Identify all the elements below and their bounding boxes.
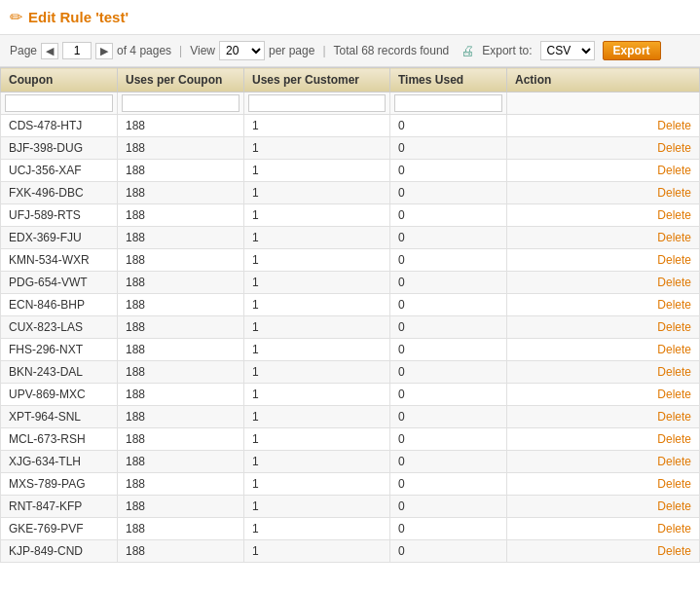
delete-link[interactable]: Delete — [657, 432, 691, 446]
cell-action: Delete — [507, 406, 700, 428]
delete-link[interactable]: Delete — [657, 119, 691, 132]
cell-coupon: FHS-296-NXT — [1, 339, 118, 361]
delete-link[interactable]: Delete — [657, 365, 691, 379]
cell-uses-customer: 1 — [244, 227, 390, 249]
cell-uses-coupon: 188 — [118, 294, 244, 316]
cell-action: Delete — [507, 227, 700, 249]
total-label: Total 68 records found — [334, 44, 450, 57]
cell-uses-customer: 1 — [244, 428, 390, 451]
cell-uses-customer: 1 — [244, 406, 390, 428]
cell-uses-customer: 1 — [244, 361, 390, 384]
delete-link[interactable]: Delete — [657, 388, 691, 401]
cell-times-used: 0 — [390, 518, 507, 540]
cell-coupon: KMN-534-WXR — [1, 249, 118, 272]
cell-uses-customer: 1 — [244, 182, 390, 204]
cell-action: Delete — [507, 361, 700, 384]
cell-uses-coupon: 188 — [118, 451, 244, 473]
cell-action: Delete — [507, 316, 700, 339]
cell-times-used: 0 — [390, 272, 507, 294]
coupons-table: Coupon Uses per Coupon Uses per Customer… — [0, 67, 700, 563]
table-row: ECN-846-BHP18810Delete — [1, 294, 700, 316]
of-pages-label: of 4 pages — [117, 44, 171, 57]
cell-coupon: RNT-847-KFP — [1, 496, 118, 518]
cell-uses-coupon: 188 — [118, 160, 244, 182]
delete-link[interactable]: Delete — [657, 455, 691, 468]
export-button[interactable]: Export — [603, 41, 661, 60]
export-icon: 🖨 — [461, 43, 474, 58]
delete-link[interactable]: Delete — [657, 253, 691, 267]
per-page-label: per page — [269, 44, 314, 57]
cell-uses-customer: 1 — [244, 249, 390, 272]
next-page-button[interactable]: ▶ — [95, 43, 113, 59]
delete-link[interactable]: Delete — [657, 208, 691, 222]
delete-link[interactable]: Delete — [657, 477, 691, 491]
filter-uses-coupon[interactable] — [122, 94, 239, 112]
cell-times-used: 0 — [390, 361, 507, 384]
delete-link[interactable]: Delete — [657, 410, 691, 424]
delete-link[interactable]: Delete — [657, 320, 691, 334]
delete-link[interactable]: Delete — [657, 276, 691, 289]
delete-link[interactable]: Delete — [657, 141, 691, 155]
delete-link[interactable]: Delete — [657, 343, 691, 356]
table-row: FXK-496-DBC18810Delete — [1, 182, 700, 204]
cell-coupon: CUX-823-LAS — [1, 316, 118, 339]
cell-times-used: 0 — [390, 473, 507, 496]
cell-times-used: 0 — [390, 428, 507, 451]
cell-uses-customer: 1 — [244, 272, 390, 294]
cell-action: Delete — [507, 272, 700, 294]
edit-icon: ✏ — [10, 8, 22, 26]
cell-uses-coupon: 188 — [118, 518, 244, 540]
cell-coupon: UPV-869-MXC — [1, 384, 118, 406]
delete-link[interactable]: Delete — [657, 298, 691, 312]
table-row: GKE-769-PVF18810Delete — [1, 518, 700, 540]
delete-link[interactable]: Delete — [657, 164, 691, 177]
filter-times-used[interactable] — [394, 94, 502, 112]
table-row: CDS-478-HTJ18810Delete — [1, 115, 700, 137]
cell-times-used: 0 — [390, 249, 507, 272]
cell-coupon: XJG-634-TLH — [1, 451, 118, 473]
cell-times-used: 0 — [390, 115, 507, 137]
cell-coupon: BKN-243-DAL — [1, 361, 118, 384]
delete-link[interactable]: Delete — [657, 186, 691, 200]
delete-link[interactable]: Delete — [657, 544, 691, 558]
cell-uses-customer: 1 — [244, 540, 390, 563]
cell-coupon: MXS-789-PAG — [1, 473, 118, 496]
cell-action: Delete — [507, 518, 700, 540]
cell-action: Delete — [507, 428, 700, 451]
cell-uses-coupon: 188 — [118, 316, 244, 339]
page-header: ✏ Edit Rule 'test' — [0, 0, 700, 35]
view-select[interactable]: 10 20 50 100 — [219, 41, 265, 60]
cell-action: Delete — [507, 451, 700, 473]
cell-uses-coupon: 188 — [118, 428, 244, 451]
cell-times-used: 0 — [390, 182, 507, 204]
filter-uses-customer[interactable] — [248, 94, 386, 112]
filter-coupon[interactable] — [5, 94, 113, 112]
cell-uses-customer: 1 — [244, 473, 390, 496]
cell-coupon: UCJ-356-XAF — [1, 160, 118, 182]
table-row: KJP-849-CND18810Delete — [1, 540, 700, 563]
table-row: RNT-847-KFP18810Delete — [1, 496, 700, 518]
cell-action: Delete — [507, 540, 700, 563]
export-select[interactable]: CSV XML Excel — [540, 41, 595, 60]
cell-uses-customer: 1 — [244, 115, 390, 137]
cell-coupon: UFJ-589-RTS — [1, 204, 118, 227]
prev-page-button[interactable]: ◀ — [41, 43, 58, 59]
delete-link[interactable]: Delete — [657, 231, 691, 244]
cell-coupon: PDG-654-VWT — [1, 272, 118, 294]
separator-2: | — [322, 44, 325, 57]
cell-coupon: FXK-496-DBC — [1, 182, 118, 204]
cell-action: Delete — [507, 137, 700, 160]
cell-uses-customer: 1 — [244, 137, 390, 160]
cell-uses-coupon: 188 — [118, 339, 244, 361]
cell-uses-coupon: 188 — [118, 249, 244, 272]
page-label: Page — [10, 44, 37, 57]
cell-times-used: 0 — [390, 384, 507, 406]
page-input[interactable] — [62, 42, 92, 59]
delete-link[interactable]: Delete — [657, 499, 691, 513]
col-header-action: Action — [507, 68, 700, 92]
cell-uses-customer: 1 — [244, 496, 390, 518]
delete-link[interactable]: Delete — [657, 522, 691, 536]
table-row: UCJ-356-XAF18810Delete — [1, 160, 700, 182]
table-row: BJF-398-DUG18810Delete — [1, 137, 700, 160]
table-header-row: Coupon Uses per Coupon Uses per Customer… — [1, 68, 700, 92]
